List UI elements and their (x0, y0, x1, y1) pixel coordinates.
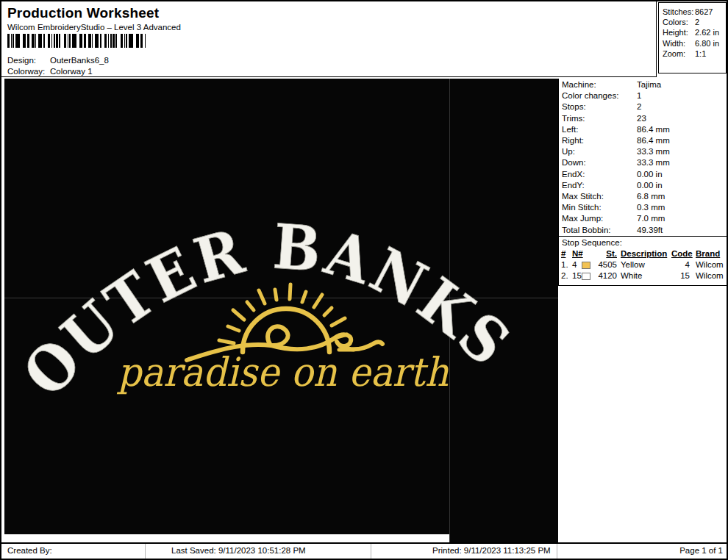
panel-divider (559, 236, 728, 237)
page-title: Production Worksheet (7, 5, 159, 21)
col-st: St. (581, 249, 617, 258)
design-barcode (7, 34, 146, 48)
col-num: # (561, 249, 565, 258)
stop-sequence-title: Stop Sequence: (562, 238, 622, 247)
colorway-value: Colorway 1 (50, 67, 93, 76)
design-value: OuterBanks6_8 (50, 56, 109, 65)
info-row: Max Jump:7.0 mm (559, 213, 728, 224)
info-row: Machine:Tajima (559, 79, 728, 90)
thread-swatch-white (582, 273, 590, 280)
footer-separator (557, 544, 557, 559)
stop-sequence-header: # N# St. Description Code Brand (559, 249, 728, 259)
info-row: Trims:23 (559, 113, 728, 124)
stat-height: Height:2.62 in (663, 27, 726, 37)
last-saved-text: Last Saved: 9/11/2023 10:51:28 PM (171, 546, 306, 555)
page-number: Page 1 of 1 (679, 546, 723, 555)
info-row: Color changes:1 (559, 90, 728, 101)
summary-stats-box: Stitches:8627 Colors:2 Height:2.62 in Wi… (658, 2, 727, 73)
info-row: Min Stitch:0.3 mm (559, 202, 728, 213)
embroidery-design: OUTER BANKS paradise on earth (4, 79, 558, 547)
info-row: Down:33.3 mm (559, 157, 728, 168)
stop-sequence-row: 2. 15 4120 White 15 Wilcom (559, 271, 728, 282)
info-row: Left:86.4 mm (559, 124, 728, 135)
col-brand: Brand (696, 249, 720, 258)
colorway-label: Colorway: (7, 67, 50, 76)
production-worksheet-page: Production Worksheet Wilcom EmbroiderySt… (0, 0, 728, 560)
stat-colors: Colors:2 (663, 17, 726, 27)
colorway-row: Colorway:Colorway 1 (7, 67, 93, 76)
machine-info-panel: Machine:Tajima Color changes:1 Stops:2 T… (558, 79, 728, 286)
machine-info-rows: Machine:Tajima Color changes:1 Stops:2 T… (559, 79, 728, 236)
info-row: Total Bobbin:49.39ft (559, 225, 728, 236)
info-row: EndY:0.00 in (559, 180, 728, 191)
app-subtitle: Wilcom EmbroideryStudio – Level 3 Advanc… (7, 23, 181, 32)
footer-bar: Created By: Last Saved: 9/11/2023 10:51:… (1, 542, 727, 559)
stat-stitches: Stitches:8627 (663, 7, 726, 17)
created-by-label: Created By: (7, 546, 52, 555)
info-row: EndX:0.00 in (559, 169, 728, 180)
design-label: Design: (7, 56, 50, 65)
info-row: Right:86.4 mm (559, 135, 728, 146)
script-text: paradise on earth (116, 349, 449, 395)
col-description: Description (621, 249, 667, 258)
stop-sequence-row: 1. 4 4505 Yellow 4 Wilcom (559, 260, 728, 271)
info-row: Stops:2 (559, 101, 728, 112)
info-row: Up:33.3 mm (559, 146, 728, 157)
footer-separator (145, 544, 146, 559)
stat-zoom: Zoom:1:1 (663, 49, 726, 59)
thread-swatch-yellow (582, 262, 590, 269)
printed-text: Printed: 9/11/2023 11:13:25 PM (432, 546, 551, 555)
footer-separator (371, 544, 371, 559)
info-row: Max Stitch:6.8 mm (559, 191, 728, 202)
header-box: Production Worksheet Wilcom EmbroiderySt… (1, 1, 657, 77)
stat-width: Width:6.80 in (663, 38, 726, 49)
col-code: Code (671, 249, 693, 258)
design-row: Design:OuterBanks6_8 (7, 56, 109, 65)
